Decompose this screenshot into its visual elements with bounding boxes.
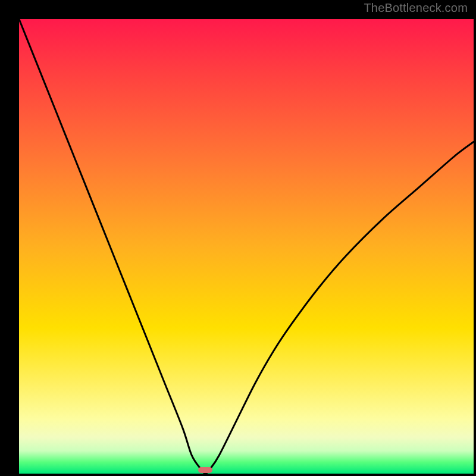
watermark-text: TheBottleneck.com	[364, 1, 468, 15]
chart-plot-area	[19, 19, 474, 474]
chart-frame	[8, 8, 468, 468]
current-config-marker	[198, 467, 212, 473]
bottleneck-curve	[19, 19, 474, 474]
